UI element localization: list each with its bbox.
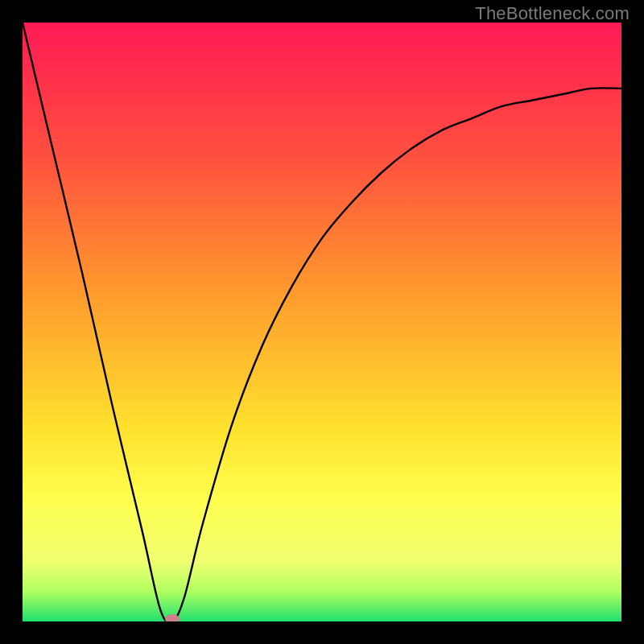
plot-area — [23, 23, 621, 621]
gradient-background — [23, 23, 621, 621]
chart-frame: TheBottleneck.com — [0, 0, 644, 644]
watermark-text: TheBottleneck.com — [475, 3, 630, 24]
bottleneck-curve-chart — [23, 23, 621, 621]
